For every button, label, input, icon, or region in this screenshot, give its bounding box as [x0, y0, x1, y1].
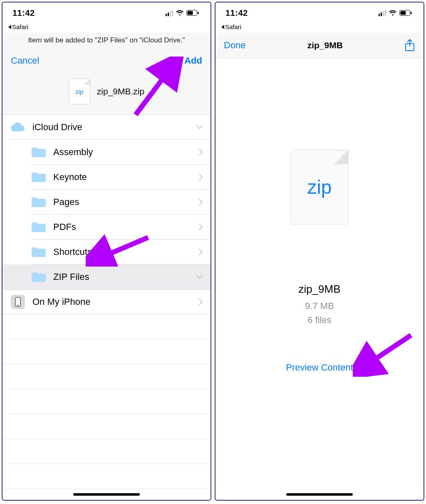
iphone-icon — [10, 296, 26, 308]
status-icons — [166, 10, 199, 16]
preview-body: zip zip_9MB 9.7 MB 6 files Preview Conte… — [215, 58, 424, 373]
folder-row[interactable]: Shortcuts — [2, 240, 211, 264]
file-preview-row: zip zip_9MB.zip — [11, 79, 202, 109]
home-indicator[interactable] — [286, 493, 353, 496]
preview-filename: zip_9MB — [298, 283, 340, 296]
preview-size: 9.7 MB — [305, 301, 334, 311]
folder-icon — [31, 196, 47, 208]
preview-content-button[interactable]: Preview Content — [286, 362, 353, 373]
chevron-right-icon — [199, 249, 203, 255]
home-indicator[interactable] — [73, 493, 140, 496]
status-time: 11:42 — [225, 8, 248, 18]
save-sheet-header: Item will be added to "ZIP Files" on "iC… — [2, 33, 211, 115]
left-screenshot: 11:42 Safari Item will be — [2, 2, 211, 501]
cellular-icon — [379, 10, 386, 16]
folder-icon — [31, 221, 47, 233]
preview-header: Done zip_9MB — [215, 33, 424, 58]
zip-file-icon: zip — [69, 79, 90, 104]
svg-rect-8 — [401, 11, 406, 15]
chevron-right-icon — [199, 149, 203, 156]
chevron-right-icon — [199, 174, 203, 180]
preview-title: zip_9MB — [307, 40, 343, 50]
chevron-down-icon — [196, 275, 203, 279]
wifi-icon — [389, 10, 397, 16]
svg-rect-9 — [411, 12, 412, 14]
chevron-right-icon — [199, 224, 203, 230]
empty-rows — [2, 314, 211, 489]
done-button[interactable]: Done — [224, 40, 246, 51]
back-to-app[interactable]: Safari — [215, 23, 424, 33]
battery-icon — [399, 10, 412, 16]
chevron-down-icon — [196, 125, 203, 129]
back-caret-icon — [221, 25, 224, 29]
location-icloud-drive[interactable]: iCloud Drive — [2, 115, 211, 140]
folder-row[interactable]: Pages — [2, 190, 211, 215]
file-name-label: zip_9MB.zip — [97, 86, 144, 96]
status-time: 11:42 — [12, 8, 35, 18]
folder-icon — [31, 171, 47, 183]
zip-file-icon-large: zip — [290, 150, 349, 225]
back-app-label: Safari — [225, 23, 241, 30]
folder-row[interactable]: PDFs — [2, 215, 211, 240]
folder-icon — [31, 146, 47, 158]
status-bar: 11:42 — [2, 2, 211, 23]
location-list: iCloud Drive Assembly — [2, 115, 211, 489]
status-icons — [379, 10, 412, 16]
back-caret-icon — [8, 25, 11, 29]
wifi-icon — [176, 10, 184, 16]
location-on-my-iphone[interactable]: On My iPhone — [2, 289, 211, 314]
folder-row[interactable]: Keynote — [2, 165, 211, 190]
battery-icon — [186, 10, 199, 16]
share-button[interactable] — [404, 39, 415, 52]
destination-subtitle: Item will be added to "ZIP Files" on "iC… — [11, 36, 202, 44]
back-to-app[interactable]: Safari — [2, 23, 211, 33]
folder-icon — [31, 271, 47, 283]
cellular-icon — [166, 10, 173, 16]
back-app-label: Safari — [12, 23, 28, 30]
preview-filecount: 6 files — [307, 315, 331, 326]
svg-point-4 — [17, 305, 18, 306]
folder-row[interactable]: Assembly — [2, 140, 211, 165]
folder-icon — [31, 246, 47, 258]
cancel-button[interactable]: Cancel — [11, 55, 39, 66]
status-bar: 11:42 — [215, 2, 424, 23]
svg-rect-1 — [188, 11, 193, 15]
cloud-icon — [10, 121, 26, 133]
chevron-right-icon — [199, 199, 203, 205]
chevron-right-icon — [199, 299, 203, 305]
right-screenshot: 11:42 Safari Done zi — [215, 2, 424, 501]
add-button[interactable]: Add — [184, 55, 202, 66]
folder-row-selected[interactable]: ZIP Files — [2, 264, 211, 289]
svg-rect-2 — [198, 12, 199, 14]
